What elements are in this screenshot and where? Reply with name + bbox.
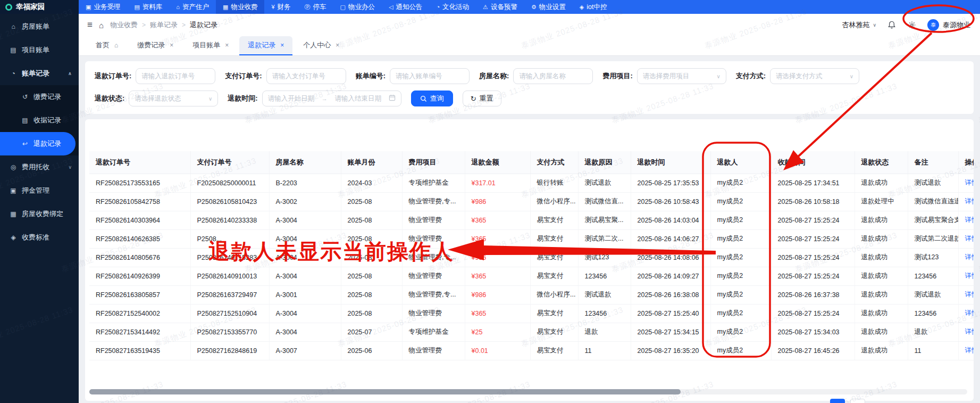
detail-link[interactable]: 详情 <box>965 328 974 335</box>
horizontal-scrollbar[interactable] <box>89 389 967 394</box>
tab-item[interactable]: 首页⌂ <box>87 36 127 55</box>
nav-item[interactable]: ⚙物业设置 <box>524 0 573 14</box>
sidebar-item[interactable]: ▦房屋收费绑定 <box>0 202 79 226</box>
cell-fee_item: 物业管理费,专... <box>402 248 465 267</box>
detail-link[interactable]: 详情 <box>965 309 974 317</box>
sidebar-item[interactable]: ⌂房屋账单 <box>0 15 79 38</box>
nav-item[interactable]: ▦物业收费 <box>216 0 264 14</box>
cell-amount: ¥986 <box>465 192 530 211</box>
tab-label: 项目账单 <box>192 40 220 50</box>
cell-pay_no: P250827153355770 <box>190 323 269 341</box>
column-header-status: 退款状态 <box>855 151 908 174</box>
filter-text-input[interactable]: 请输入支付订单号 <box>266 68 346 84</box>
horizontal-scrollbar-thumb[interactable] <box>89 389 681 394</box>
pagination-next-page[interactable] <box>850 399 865 403</box>
cell-refund_no: RF250826163805857 <box>89 285 190 304</box>
nav-item[interactable]: ◔文化活动 <box>429 0 476 14</box>
search-button[interactable]: 查询 <box>411 91 453 106</box>
nav-item[interactable]: ▣业务受理 <box>79 0 127 14</box>
sidebar-subitem[interactable]: ↺缴费记录 <box>0 85 79 109</box>
cell-remark: 测试退款 <box>908 174 958 192</box>
filter-select[interactable]: 请选择费用项目∨ <box>637 68 726 84</box>
cell-refund_no: RF250826140805676 <box>89 248 190 267</box>
tab-item[interactable]: 项目账单× <box>184 36 237 55</box>
filter-select[interactable]: 请选择退款状态∨ <box>129 91 218 106</box>
nav-item[interactable]: ¥财务 <box>264 0 297 14</box>
breadcrumb: 物业收费 > 账单记录 > 退款记录 <box>110 20 217 30</box>
tab-close-icon[interactable]: × <box>280 42 284 49</box>
community-selector[interactable]: 杏林雅苑 ∨ <box>842 20 876 30</box>
content: ≡ ⌂ 物业收费 > 账单记录 > 退款记录 杏林雅苑 ∨ <box>79 14 980 403</box>
cell-month: 2025-08 <box>341 285 402 304</box>
chevron-down-icon: ∨ <box>873 22 876 28</box>
nav-item[interactable]: ⚠设备预警 <box>476 0 524 14</box>
sidebar-item[interactable]: ▤项目账单 <box>0 38 79 62</box>
detail-link[interactable]: 详情 <box>965 216 974 224</box>
app-window: 幸福家园 ▣业务受理▤资料库⌂资产住户▦物业收费¥财务Ⓟ停车▢物业办公◁通知公告… <box>0 0 980 403</box>
tab-bar: 首页⌂缴费记录×项目账单×退款记录×个人中心× <box>79 36 980 56</box>
detail-link[interactable]: 详情 <box>965 235 974 242</box>
tab-item[interactable]: 个人中心× <box>295 36 348 55</box>
fee-collect-icon: ◎ <box>10 163 17 171</box>
filter-date-range[interactable]: 请输入开始日期→请输入结束日期 <box>262 91 401 106</box>
table-row: RF250826140626385P2508...A-30042025-08物业… <box>89 229 974 248</box>
detail-link[interactable]: 详情 <box>965 198 974 205</box>
nav-item[interactable]: ▢物业办公 <box>333 0 382 14</box>
nav-item[interactable]: Ⓟ停车 <box>298 0 333 14</box>
nav-item[interactable]: ◈iot中控 <box>573 0 614 14</box>
cell-remark: 退款 <box>908 323 958 341</box>
tab-close-icon[interactable]: × <box>225 42 229 49</box>
sidebar-collapse-icon[interactable]: ≡ <box>87 20 93 30</box>
nav-item[interactable]: ▤资料库 <box>127 0 169 14</box>
tab-close-icon[interactable]: × <box>336 42 339 49</box>
sidebar-item-label: 账单记录 <box>22 69 49 78</box>
sidebar-item[interactable]: ◈收费标准 <box>0 226 79 249</box>
sidebar-subitem[interactable]: ▤收据记录 <box>0 109 79 132</box>
breadcrumb-item[interactable]: 账单记录 <box>150 20 178 30</box>
column-header-fee_item: 费用项目 <box>402 151 465 174</box>
breadcrumb-item[interactable]: 物业收费 <box>110 20 138 30</box>
cell-action: 详情 <box>958 248 974 267</box>
cell-action: 详情 <box>958 323 974 341</box>
tab-item[interactable]: 退款记录× <box>239 36 292 55</box>
filter-text-input[interactable]: 请输入账单编号 <box>390 68 470 84</box>
filter-text-input[interactable]: 请输入退款订单号 <box>136 68 215 84</box>
cell-house: A-3002 <box>269 192 341 211</box>
reset-button[interactable]: ↻重置 <box>463 91 501 106</box>
detail-link[interactable]: 详情 <box>965 179 974 186</box>
end-date-placeholder: 请输入结束日期 <box>335 94 382 103</box>
filter-group: 房屋名称:请输入房屋名称 <box>479 68 593 84</box>
user-menu[interactable]: 泰 泰源物业 <box>927 19 970 31</box>
pagination-current-page[interactable] <box>830 399 845 403</box>
cell-remark: 123456 <box>908 304 958 323</box>
filter-group: 支付方式:请选择支付方式∨ <box>736 68 859 84</box>
cell-fee_item: 物业管理费,专... <box>402 192 465 211</box>
cell-month: 2025-07 <box>341 323 402 341</box>
column-header-action: 操作 <box>958 151 974 174</box>
cell-refund_by: my成员2 <box>710 248 771 267</box>
cell-reason: 123456 <box>578 267 631 285</box>
tab-close-icon[interactable]: × <box>170 42 173 49</box>
cell-pay_method: 银行转账 <box>530 174 578 192</box>
cell-refund_no: RF250827153414492 <box>89 323 190 341</box>
settings-gear-icon[interactable] <box>907 20 917 30</box>
column-header-month: 账单月份 <box>341 151 402 174</box>
tab-item[interactable]: 缴费记录× <box>129 36 182 55</box>
sidebar-subitem[interactable]: ↩退款记录 <box>0 132 76 155</box>
detail-link[interactable]: 详情 <box>965 291 974 298</box>
filter-select[interactable]: 请选择支付方式∨ <box>770 68 859 84</box>
search-button-label: 查询 <box>430 94 444 103</box>
breadcrumb-home-icon[interactable]: ⌂ <box>99 21 104 30</box>
table-row: RF250827163519435P250827162848619A-30072… <box>89 341 974 360</box>
filter-text-input[interactable]: 请输入房屋名称 <box>513 68 593 84</box>
sidebar-item[interactable]: ▣押金管理 <box>0 179 79 202</box>
sidebar-item[interactable]: ◎费用托收∨ <box>0 155 79 179</box>
cell-pay_no: P250826163729497 <box>190 285 269 304</box>
notification-bell-icon[interactable] <box>887 20 897 30</box>
nav-item[interactable]: ◁通知公告 <box>382 0 429 14</box>
nav-item[interactable]: ⌂资产住户 <box>169 0 216 14</box>
detail-link[interactable]: 详情 <box>965 272 974 279</box>
detail-link[interactable]: 详情 <box>965 253 974 261</box>
detail-link[interactable]: 详情 <box>965 347 974 354</box>
sidebar-item[interactable]: ◔账单记录∧ <box>0 62 79 85</box>
